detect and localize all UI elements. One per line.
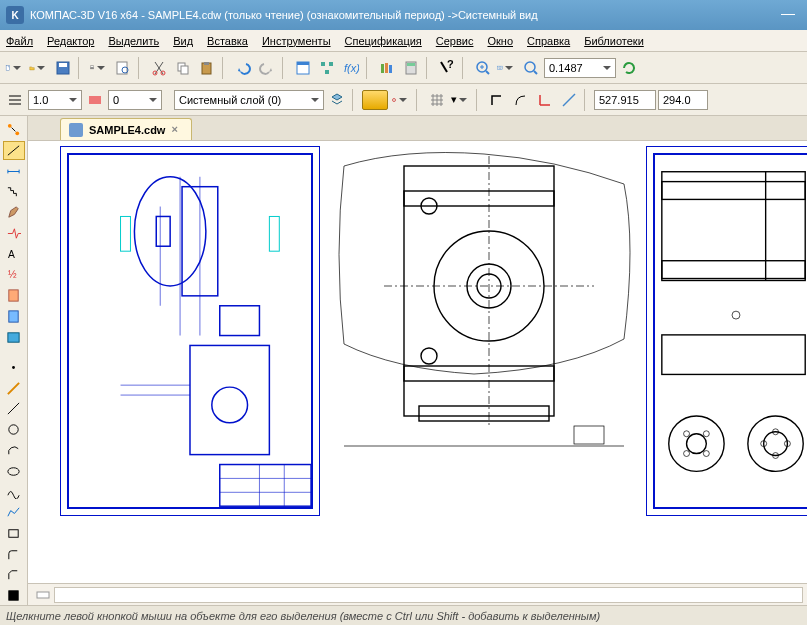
chamfer-tool[interactable] xyxy=(3,545,25,564)
drawing-icon xyxy=(69,123,83,137)
copy-button[interactable] xyxy=(172,57,194,79)
construction-tool[interactable] xyxy=(3,586,25,605)
coord-x-value: 527.915 xyxy=(599,94,639,106)
reports-tool[interactable] xyxy=(3,307,25,326)
zoom-in-button[interactable] xyxy=(472,57,494,79)
library-manager-button[interactable] xyxy=(376,57,398,79)
ellipse-tool[interactable] xyxy=(3,441,25,460)
new-document-button[interactable] xyxy=(4,57,26,79)
edit-tool[interactable] xyxy=(3,203,25,222)
minimize-button[interactable]: — xyxy=(775,6,801,24)
undo-button[interactable] xyxy=(232,57,254,79)
menu-help[interactable]: Справка xyxy=(527,35,570,47)
dimensions-tool[interactable] xyxy=(3,162,25,181)
svg-text:½: ½ xyxy=(8,270,17,281)
svg-point-69 xyxy=(684,431,690,437)
spline-tool[interactable] xyxy=(3,462,25,481)
separator xyxy=(462,57,468,79)
svg-rect-47 xyxy=(156,216,170,246)
separator xyxy=(476,89,482,111)
save-button[interactable] xyxy=(52,57,74,79)
round-button[interactable] xyxy=(510,89,532,111)
point-tool[interactable] xyxy=(3,358,25,377)
refresh-button[interactable] xyxy=(618,57,640,79)
coord-input-button[interactable] xyxy=(558,89,580,111)
calculator-button[interactable] xyxy=(400,57,422,79)
preview-button[interactable] xyxy=(112,57,134,79)
layer-state-icon[interactable] xyxy=(84,89,106,111)
layer-settings-button[interactable] xyxy=(326,89,348,111)
menu-edit[interactable]: Редактор xyxy=(47,35,94,47)
line-tool[interactable] xyxy=(3,379,25,398)
svg-rect-49 xyxy=(121,216,131,251)
grid-settings-button[interactable]: ▾ xyxy=(450,89,472,111)
designations-tool[interactable] xyxy=(3,182,25,201)
ortho-button[interactable] xyxy=(486,89,508,111)
help-context-button[interactable]: ? xyxy=(436,57,458,79)
picture-tool[interactable] xyxy=(3,328,25,347)
svg-point-38 xyxy=(12,366,15,369)
coord-y-input[interactable]: 294.0 xyxy=(658,90,708,110)
coord-x-input[interactable]: 527.915 xyxy=(594,90,656,110)
svg-point-73 xyxy=(748,416,803,471)
menu-service[interactable]: Сервис xyxy=(436,35,474,47)
grid-button[interactable] xyxy=(426,89,448,111)
selection-tool[interactable] xyxy=(3,120,25,139)
svg-text:f(x): f(x) xyxy=(344,62,359,74)
menu-window[interactable]: Окно xyxy=(487,35,513,47)
status-text: Щелкните левой кнопкой мыши на объекте д… xyxy=(6,610,600,622)
cut-button[interactable] xyxy=(148,57,170,79)
svg-point-32 xyxy=(15,131,19,135)
separator xyxy=(584,89,590,111)
redo-button[interactable] xyxy=(256,57,278,79)
menu-spec[interactable]: Спецификация xyxy=(345,35,422,47)
snap-toggle-button[interactable] xyxy=(362,90,388,110)
svg-point-40 xyxy=(8,467,19,475)
params-tool[interactable] xyxy=(3,224,25,243)
line-style-icon[interactable] xyxy=(4,89,26,111)
tree-button[interactable] xyxy=(316,57,338,79)
close-tab-button[interactable]: × xyxy=(171,124,183,136)
materials-tool[interactable]: ½ xyxy=(3,265,25,284)
svg-point-59 xyxy=(421,348,437,364)
menu-libraries[interactable]: Библиотеки xyxy=(584,35,644,47)
paste-button[interactable] xyxy=(196,57,218,79)
geometry-tool[interactable] xyxy=(3,141,25,160)
zoom-value: 0.1487 xyxy=(549,62,583,74)
drawing-canvas[interactable] xyxy=(28,140,807,583)
polyline-tool[interactable] xyxy=(3,482,25,501)
separator xyxy=(426,57,432,79)
measure-tool[interactable]: A xyxy=(3,245,25,264)
tab-sample4[interactable]: SAMPLE4.cdw × xyxy=(60,118,192,140)
svg-rect-2 xyxy=(59,63,67,67)
open-button[interactable] xyxy=(28,57,50,79)
svg-point-71 xyxy=(684,451,690,457)
menu-select[interactable]: Выделить xyxy=(108,35,159,47)
menu-file[interactable]: Файл xyxy=(6,35,33,47)
line-width-input[interactable]: 1.0 xyxy=(28,90,82,110)
snap-settings-button[interactable] xyxy=(390,89,412,111)
print-button[interactable] xyxy=(88,57,110,79)
layer-name-combo[interactable]: Системный слой (0) xyxy=(174,90,324,110)
hatch-tool[interactable] xyxy=(3,565,25,584)
properties-button[interactable] xyxy=(292,57,314,79)
menu-insert[interactable]: Вставка xyxy=(207,35,248,47)
lcs-button[interactable] xyxy=(534,89,556,111)
command-input[interactable] xyxy=(54,587,803,603)
variables-button[interactable]: f(x) xyxy=(340,57,362,79)
rectangle-tool[interactable] xyxy=(3,503,25,522)
fillet-tool[interactable] xyxy=(3,524,25,543)
line-width-value: 1.0 xyxy=(33,94,48,106)
svg-point-70 xyxy=(703,431,709,437)
layer-index-input[interactable]: 0 xyxy=(108,90,162,110)
zoom-window-button[interactable] xyxy=(520,57,542,79)
menu-tools[interactable]: Инструменты xyxy=(262,35,331,47)
spec-tool[interactable] xyxy=(3,286,25,305)
zoom-value-input[interactable]: 0.1487 xyxy=(544,58,616,78)
zoom-fit-button[interactable] xyxy=(496,57,518,79)
menu-view[interactable]: Вид xyxy=(173,35,193,47)
svg-rect-4 xyxy=(91,65,93,67)
circle-tool[interactable] xyxy=(3,399,25,418)
svg-point-44 xyxy=(212,387,248,423)
arc-tool[interactable] xyxy=(3,420,25,439)
